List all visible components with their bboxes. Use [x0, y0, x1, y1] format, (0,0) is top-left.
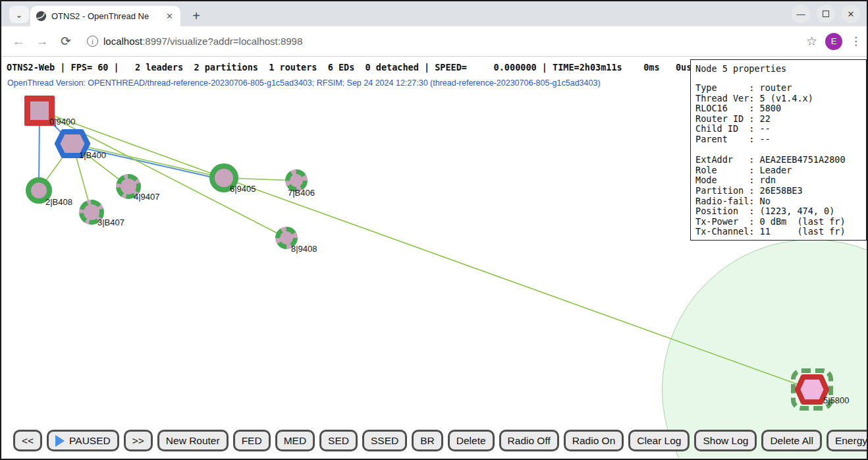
node-label-0: 0|9400 — [49, 117, 76, 127]
button-label: FED — [242, 435, 262, 447]
reload-button[interactable]: ⟳ — [54, 34, 78, 49]
button-label: Clear Log — [637, 435, 681, 447]
node-label-1: 1|B400 — [79, 150, 106, 160]
delete-button[interactable]: Delete — [448, 430, 495, 451]
button-label: PAUSED — [69, 435, 111, 447]
play-icon — [55, 435, 65, 447]
new-fed-button[interactable]: FED — [233, 430, 271, 451]
button-label: BR — [420, 435, 435, 447]
node-label-8: 8|9408 — [291, 244, 317, 254]
browser-menu-button[interactable]: ⋮ — [850, 34, 861, 48]
plus-icon: + — [192, 9, 200, 23]
tab-close-button[interactable]: ✕ — [166, 11, 173, 21]
profile-avatar[interactable]: E — [825, 33, 842, 50]
new-sed-button[interactable]: SED — [319, 430, 358, 451]
kebab-menu-icon: ⋮ — [850, 35, 861, 47]
clear-log-button[interactable]: Clear Log — [628, 430, 690, 451]
show-log-button[interactable]: Show Log — [694, 430, 757, 451]
tab-title-fade — [148, 11, 165, 21]
node-label-6: 6|9405 — [230, 184, 256, 194]
minimize-icon: — — [797, 9, 805, 19]
button-label: Delete All — [770, 435, 813, 447]
properties-panel-title: Node 5 properties — [695, 63, 866, 74]
properties-panel-body: Type : router Thread Ver: 5 (v1.4.x) RLO… — [695, 83, 866, 237]
otns-page-content: 0|94001|B4002|B4083|B4074|94075|58006|94… — [1, 57, 867, 458]
button-label: Show Log — [703, 435, 748, 447]
node-properties-panel: Node 5 properties Type : router Thread V… — [690, 59, 867, 241]
forward-arrow-icon: → — [36, 34, 49, 48]
tab-search-button[interactable]: ⌄ — [9, 6, 29, 23]
new-ssed-button[interactable]: SSED — [362, 430, 407, 451]
speed-up-button[interactable]: >> — [124, 430, 153, 451]
node-label-7: 7|B406 — [288, 188, 315, 198]
new-tab-button[interactable]: + — [187, 7, 205, 25]
window-minimize-button[interactable]: — — [792, 5, 810, 23]
browser-window: ⌄ OTNS2 - OpenThread Ne ✕ + — ✕ ← → ⟳ i … — [0, 0, 868, 460]
window-close-button[interactable]: ✕ — [842, 5, 860, 23]
button-label: Radio On — [572, 435, 615, 447]
button-label: Radio Off — [508, 435, 551, 447]
new-med-button[interactable]: MED — [275, 430, 315, 451]
button-label: SED — [328, 435, 349, 447]
button-label: Energy-stats ↗ — [835, 435, 867, 447]
browser-tab-active[interactable]: OTNS2 - OpenThread Ne ✕ — [30, 6, 180, 26]
new-router-button[interactable]: New Router — [157, 430, 229, 451]
tab-title: OTNS2 - OpenThread Ne — [51, 11, 165, 21]
button-label: Delete — [456, 435, 486, 447]
close-icon: ✕ — [848, 9, 855, 19]
new-br-button[interactable]: BR — [412, 430, 443, 451]
browser-titlebar: ⌄ OTNS2 - OpenThread Ne ✕ + — ✕ — [1, 1, 867, 26]
close-icon: ✕ — [166, 11, 173, 21]
sim-toolbar: <<PAUSED>>New RouterFEDMEDSEDSSEDBRDelet… — [13, 430, 867, 451]
navbar-right: ☆ E ⋮ — [806, 33, 861, 50]
radio-off-button[interactable]: Radio Off — [499, 430, 559, 451]
back-button[interactable]: ← — [7, 34, 30, 49]
window-maximize-button[interactable] — [817, 5, 835, 23]
speed-down-button[interactable]: << — [13, 430, 42, 451]
node-label-5: 5|5800 — [823, 395, 850, 405]
node-label-4: 4|9407 — [134, 192, 160, 202]
button-label: << — [22, 435, 34, 447]
url-path: :8997/visualize?addr=localhost:8998 — [142, 36, 302, 47]
maximize-icon — [823, 11, 829, 17]
forward-button[interactable]: → — [30, 34, 54, 49]
site-favicon-globe-icon — [36, 11, 47, 22]
address-bar[interactable]: localhost:8997/visualize?addr=localhost:… — [103, 36, 302, 47]
star-icon: ☆ — [806, 34, 817, 48]
node-label-2: 2|B408 — [45, 197, 72, 207]
site-info-icon[interactable]: i — [87, 36, 98, 47]
node-label-3: 3|B407 — [97, 217, 124, 227]
reload-icon: ⟳ — [61, 34, 71, 48]
back-arrow-icon: ← — [13, 34, 25, 48]
window-controls: — ✕ — [792, 5, 860, 23]
avatar-initial: E — [831, 36, 837, 46]
energy-stats-button[interactable]: Energy-stats ↗ — [827, 430, 867, 451]
openthread-version-line: OpenThread Version: OPENTHREAD/thread-re… — [7, 78, 601, 88]
bookmark-star-button[interactable]: ☆ — [806, 34, 817, 49]
button-label: >> — [132, 435, 144, 447]
button-label: New Router — [166, 435, 220, 447]
url-host: localhost — [103, 36, 142, 47]
pause-resume-button[interactable]: PAUSED — [47, 430, 119, 451]
chevron-down-icon: ⌄ — [16, 10, 23, 20]
button-label: SSED — [371, 435, 398, 447]
button-label: MED — [284, 435, 306, 447]
browser-navbar: ← → ⟳ i localhost:8997/visualize?addr=lo… — [1, 26, 867, 57]
radio-on-button[interactable]: Radio On — [564, 430, 624, 451]
simulation-status-line: OTNS2-Web | FPS= 60 | 2 leaders 2 partit… — [7, 62, 692, 72]
delete-all-button[interactable]: Delete All — [761, 430, 821, 451]
